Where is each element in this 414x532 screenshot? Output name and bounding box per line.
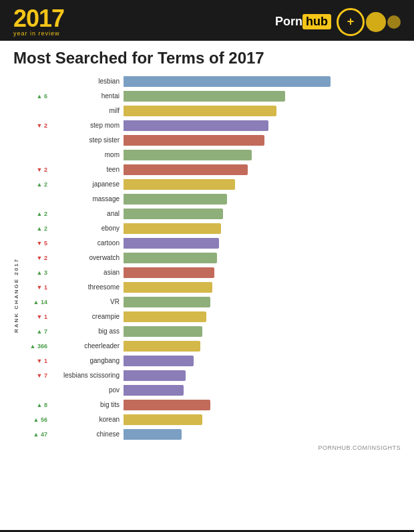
bar-area	[124, 297, 401, 307]
term-label: overwatch	[50, 254, 124, 261]
bar-row: ▲ 3asian	[22, 265, 401, 279]
bar	[124, 341, 200, 352]
term-label: threesome	[50, 283, 124, 291]
bar-area	[124, 76, 401, 87]
rank-change: ▲ 7	[22, 328, 50, 335]
rank-change: ▲ 2	[22, 211, 50, 217]
bar-area	[124, 223, 401, 234]
term-label: mom	[50, 151, 124, 158]
term-label: VR	[50, 298, 124, 305]
bar-row: ▲ 47chinese	[22, 427, 401, 441]
year-review-logo: 2017 year in review	[13, 7, 64, 37]
bar	[124, 106, 276, 116]
term-label: hentai	[50, 92, 124, 100]
bar-area	[124, 385, 401, 396]
bar-row: mom	[22, 148, 401, 162]
bar-area	[124, 400, 401, 410]
bar	[124, 253, 217, 263]
term-label: step sister	[50, 136, 124, 144]
term-label: creampie	[50, 313, 124, 320]
term-label: big ass	[50, 327, 124, 335]
logo-hub: hub	[302, 14, 331, 29]
rank-change: ▲ 3	[22, 269, 50, 276]
term-label: lesbian	[50, 78, 124, 85]
bar	[124, 326, 202, 337]
circle-medium	[366, 12, 386, 32]
bar-area	[124, 429, 401, 440]
footer-url: PORNHUB.COM/INSIGHTS	[22, 442, 401, 451]
rank-change: ▼ 1	[22, 358, 50, 364]
term-label: cartoon	[50, 239, 124, 247]
bar	[124, 91, 285, 102]
bar-row: ▼ 1threesome	[22, 280, 401, 294]
rank-change: ▲ 366	[22, 343, 50, 350]
chart-inner: lesbian▲ 6hentaimilf▼ 2step momstep sist…	[22, 74, 401, 517]
bar-area	[124, 194, 401, 205]
bar-row: ▲ 6hentai	[22, 89, 401, 103]
rank-axis-label: RANK CHANGE 2017	[13, 74, 19, 517]
rank-change: ▼ 5	[22, 240, 50, 247]
bar-area	[124, 311, 401, 322]
bar-row: milf	[22, 104, 401, 118]
bar-row: ▲ 2ebony	[22, 221, 401, 235]
rank-change: ▲ 2	[22, 181, 50, 188]
bar-row: pov	[22, 383, 401, 397]
rank-change: ▲ 14	[22, 299, 50, 305]
bar-row: ▲ 14VR	[22, 295, 401, 309]
bar-area	[124, 120, 401, 131]
term-label: teen	[50, 166, 124, 173]
bar	[124, 429, 182, 440]
bar-row: ▲ 7big ass	[22, 324, 401, 338]
bar-row: ▼ 2teen	[22, 162, 401, 176]
bar	[124, 194, 227, 205]
bar	[124, 238, 219, 249]
bar	[124, 164, 248, 175]
bar-row: ▲ 56korean	[22, 412, 401, 426]
rank-change: ▼ 2	[22, 122, 50, 129]
bar-row: ▲ 2japanese	[22, 177, 401, 191]
header: 2017 year in review Porn hub	[0, 0, 414, 41]
bar-area	[124, 135, 401, 146]
decorative-circles	[337, 8, 401, 36]
bar	[124, 356, 194, 366]
term-label: asian	[50, 269, 124, 276]
bar	[124, 76, 331, 87]
bar-area	[124, 341, 401, 352]
rank-change: ▼ 7	[22, 372, 50, 379]
bar-row: step sister	[22, 133, 401, 147]
bar	[124, 414, 202, 425]
bar	[124, 135, 264, 146]
bar-area	[124, 150, 401, 160]
rank-change: ▼ 2	[22, 255, 50, 261]
bar-row: ▼ 1creampie	[22, 309, 401, 323]
bar	[124, 370, 186, 381]
year-number: 2017	[13, 7, 64, 31]
bar-area	[124, 238, 401, 249]
bar-area	[124, 164, 401, 175]
bar-area	[124, 179, 401, 190]
bar-area	[124, 414, 401, 425]
term-label: japanese	[50, 180, 124, 188]
bar	[124, 179, 235, 190]
bar	[124, 150, 252, 160]
bar-row: ▼ 2overwatch	[22, 251, 401, 265]
rank-change: ▲ 56	[22, 416, 50, 423]
term-label: anal	[50, 210, 124, 217]
bar-row: massage	[22, 192, 401, 206]
term-label: big tits	[50, 401, 124, 408]
term-label: cheerleader	[50, 342, 124, 350]
circle-large	[337, 8, 365, 36]
logo-porn: Porn	[275, 15, 302, 29]
bar-row: lesbian	[22, 74, 401, 88]
rank-change: ▼ 1	[22, 284, 50, 291]
term-label: lesbians scissoring	[50, 372, 124, 379]
bar	[124, 311, 206, 322]
bar-row: ▲ 366cheerleader	[22, 339, 401, 353]
term-label: gangbang	[50, 357, 124, 364]
bar-row: ▼ 2step mom	[22, 118, 401, 132]
bar	[124, 209, 223, 219]
term-label: korean	[50, 416, 124, 423]
bar	[124, 120, 268, 131]
chart-title: Most Searched for Terms of 2017	[13, 49, 401, 68]
logo-area: Porn hub	[275, 8, 401, 36]
